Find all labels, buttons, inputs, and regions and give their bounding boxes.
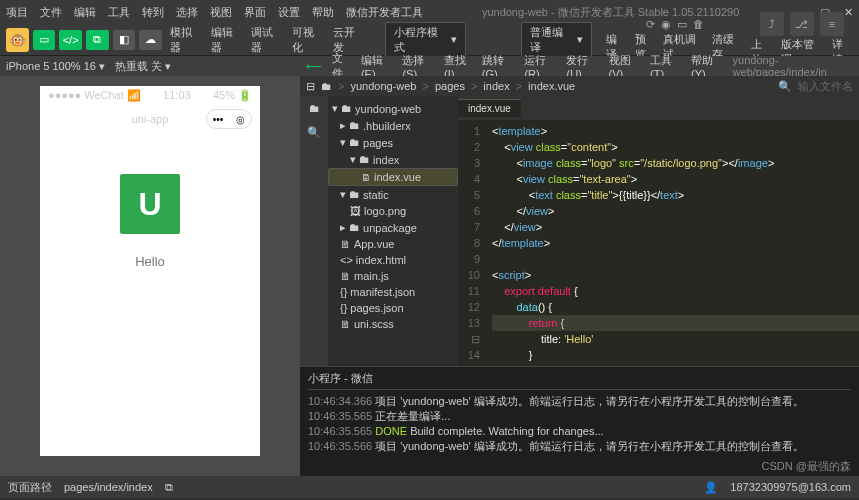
chevron-down-icon: ▾ bbox=[577, 33, 583, 46]
chevron-down-icon: ▾ bbox=[451, 33, 457, 46]
tree-manifest[interactable]: {} manifest.json bbox=[328, 284, 458, 300]
explorer-icon[interactable]: 🖿 bbox=[309, 102, 320, 114]
remote-debug-icon[interactable]: ▭ bbox=[677, 18, 687, 31]
page-path[interactable]: pages/index/index bbox=[64, 481, 153, 493]
hot-reload-toggle[interactable]: 热重载 关 ▾ bbox=[115, 59, 171, 74]
search-file-icon[interactable]: 🔍 bbox=[778, 80, 792, 93]
filename-input[interactable]: 输入文件名 bbox=[798, 79, 853, 94]
device-select[interactable]: iPhone 5 100% 16 ▾ bbox=[6, 60, 105, 73]
tree-static[interactable]: ▾ 🖿 static bbox=[328, 186, 458, 203]
tree-hbuilderx[interactable]: ▸ 🖿 .hbuilderx bbox=[328, 117, 458, 134]
console-title[interactable]: 小程序 - 微信 bbox=[308, 371, 851, 390]
folder-icon: 🖿 bbox=[321, 80, 332, 92]
menu-help[interactable]: 帮助 bbox=[312, 5, 334, 20]
toolbar: 🐵 ▭ </> ⧉ ◧ ☁ 模拟器 编辑器 调试器 可视化 云开发 小程序模式▾… bbox=[0, 24, 859, 56]
tree-index-dir[interactable]: ▾ 🖿 index bbox=[328, 151, 458, 168]
ide-project-path: yundong-web/pages/index/in bbox=[733, 54, 853, 78]
battery-icon: 45%🔋 bbox=[213, 89, 252, 102]
app-menu: 项目 文件 编辑 工具 转到 选择 视图 界面 设置 帮助 微信开发者工具 bbox=[6, 5, 423, 20]
menu-project[interactable]: 项目 bbox=[6, 5, 28, 20]
tree-main-js[interactable]: 🗎 main.js bbox=[328, 268, 458, 284]
menu-settings[interactable]: 设置 bbox=[278, 5, 300, 20]
app-preview-logo: U bbox=[120, 174, 180, 234]
menu-devtools[interactable]: 微信开发者工具 bbox=[346, 5, 423, 20]
menu-edit[interactable]: 编辑 bbox=[74, 5, 96, 20]
ide-back-icon[interactable]: ⟵ bbox=[306, 60, 322, 73]
status-bar: 页面路径 pages/index/index ⧉ 👤 18732309975@1… bbox=[0, 476, 859, 498]
debugger-button[interactable]: ⧉ bbox=[86, 30, 109, 50]
target-icon: ◎ bbox=[229, 110, 251, 128]
compile-icon[interactable]: ⟳ bbox=[646, 18, 655, 31]
menu-ui[interactable]: 界面 bbox=[244, 5, 266, 20]
menu-goto[interactable]: 转到 bbox=[142, 5, 164, 20]
version-button[interactable]: ⎇ bbox=[790, 12, 814, 36]
tree-app-vue[interactable]: 🗎 App.vue bbox=[328, 236, 458, 252]
simulator-pane: iPhone 5 100% 16 ▾ 热重载 关 ▾ ●●●●● WeChat📶… bbox=[0, 56, 300, 476]
tree-unpackage[interactable]: ▸ 🖿 unpackage bbox=[328, 219, 458, 236]
copy-icon[interactable]: ⧉ bbox=[165, 481, 173, 494]
hello-text: Hello bbox=[135, 254, 165, 269]
editor-pane: ⟵ 文件 编辑(E) 选择(S) 查找(I) 跳转(G) 运行(R) 发行(U)… bbox=[300, 56, 859, 476]
tab-index-vue[interactable]: index.vue bbox=[458, 99, 521, 117]
account-email[interactable]: 18732309975@163.com bbox=[730, 481, 851, 493]
menu-select[interactable]: 选择 bbox=[176, 5, 198, 20]
search-icon[interactable]: 🔍 bbox=[307, 126, 321, 139]
phone-preview: ●●●●● WeChat📶 11:03 45%🔋 uni-app •••◎ U … bbox=[40, 86, 260, 456]
editor-button[interactable]: </> bbox=[59, 30, 82, 50]
page-title: uni-app bbox=[132, 113, 169, 125]
file-tree: ▾ 🖿 yundong-web ▸ 🖿 .hbuilderx ▾ 🖿 pages… bbox=[328, 96, 458, 366]
signal-icon: ●●●●● WeChat📶 bbox=[48, 89, 141, 102]
more-icon: ••• bbox=[207, 110, 229, 128]
clear-cache-icon[interactable]: 🗑 bbox=[693, 18, 704, 31]
tree-index-vue[interactable]: 🗎 index.vue bbox=[328, 168, 458, 186]
watermark: CSDN @最强的森 bbox=[762, 459, 851, 474]
tree-index-html[interactable]: <> index.html bbox=[328, 252, 458, 268]
tree-uni-scss[interactable]: 🗎 uni.scss bbox=[328, 316, 458, 332]
preview-icon[interactable]: ◉ bbox=[661, 18, 671, 31]
capsule[interactable]: •••◎ bbox=[206, 109, 252, 129]
app-logo-icon: 🐵 bbox=[6, 28, 29, 52]
tree-root[interactable]: ▾ 🖿 yundong-web bbox=[328, 100, 458, 117]
user-icon: 👤 bbox=[704, 481, 718, 494]
activity-bar: 🖿 🔍 bbox=[300, 96, 328, 366]
menu-tools[interactable]: 工具 bbox=[108, 5, 130, 20]
tree-logo-png[interactable]: 🖼 logo.png bbox=[328, 203, 458, 219]
menu-file[interactable]: 文件 bbox=[40, 5, 62, 20]
simulator-button[interactable]: ▭ bbox=[33, 30, 56, 50]
toolbar-labels: 模拟器 编辑器 调试器 可视化 云开发 bbox=[170, 25, 364, 55]
phone-time: 11:03 bbox=[163, 89, 191, 101]
details-button[interactable]: ≡ bbox=[820, 12, 844, 36]
cloud-button[interactable]: ☁ bbox=[139, 30, 162, 50]
upload-button[interactable]: ⤴ bbox=[760, 12, 784, 36]
code-editor[interactable]: 12345678910111213 ⊟14151617 <template> <… bbox=[458, 120, 859, 366]
tree-pages-json[interactable]: {} pages.json bbox=[328, 300, 458, 316]
path-label: 页面路径 bbox=[8, 480, 52, 495]
breadcrumb: ⊟ 🖿 >yundong-web >pages >index >index.vu… bbox=[300, 76, 859, 96]
menu-view[interactable]: 视图 bbox=[210, 5, 232, 20]
tree-pages[interactable]: ▾ 🖿 pages bbox=[328, 134, 458, 151]
visual-button[interactable]: ◧ bbox=[113, 30, 136, 50]
collapse-icon[interactable]: ⊟ bbox=[306, 80, 315, 93]
